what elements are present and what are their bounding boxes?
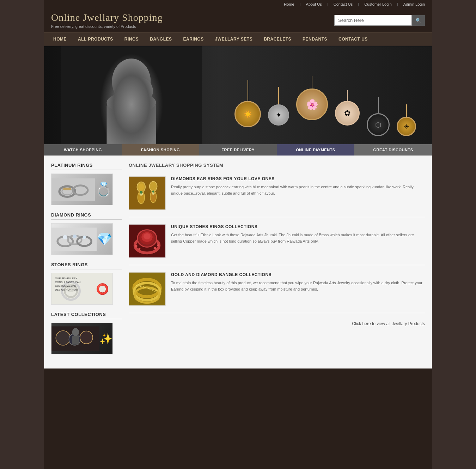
nav-bangles[interactable]: BANGLES <box>144 32 177 46</box>
product-bangle-info: GOLD AND DIAMOND BANGLE COLLECTIONS To m… <box>171 272 425 306</box>
svg-point-14 <box>63 235 67 239</box>
svg-point-45 <box>138 248 140 250</box>
sidebar-platinum-image[interactable] <box>51 173 113 205</box>
customer-login-link[interactable]: Customer Login <box>364 2 392 6</box>
svg-point-37 <box>152 190 154 193</box>
svg-point-23 <box>56 330 70 345</box>
product-bangle-title: GOLD AND DIAMOND BANGLE COLLECTIONS <box>171 272 425 277</box>
sidebar-latest-image[interactable] <box>51 323 113 354</box>
product-earrings-desc: Really pretty purple stone peacock earri… <box>171 184 425 196</box>
separator-1: | <box>300 2 301 6</box>
nav-home[interactable]: HOME <box>48 32 72 46</box>
hero-tab-payments[interactable]: ONLINE PAYMENTS <box>277 144 354 156</box>
product-earrings-image[interactable] <box>129 176 166 210</box>
svg-point-44 <box>135 245 138 248</box>
product-stones-ring-desc: Get the beautiful Ethnic Look with these… <box>171 232 425 244</box>
search-button[interactable]: 🔍 <box>412 15 425 26</box>
sidebar-platinum-title: PLATINUM RINGS <box>51 163 122 170</box>
contact-us-link[interactable]: Contact Us <box>334 2 353 6</box>
product-item-stones-ring: UNIQUE STONES RINGS COLLECTIONS Get the … <box>129 224 425 265</box>
product-stones-ring-image[interactable] <box>129 224 166 258</box>
hero-tab-delivery[interactable]: FREE DELIVERY <box>199 144 277 156</box>
nav-bracelets[interactable]: BRACELETS <box>258 32 297 46</box>
product-item-bangle: GOLD AND DIAMOND BANGLE COLLECTIONS To m… <box>129 272 425 313</box>
sidebar-section-stones: STONES RINGS OUR JEWELLE <box>51 262 122 305</box>
product-bangle-image[interactable] <box>129 272 166 306</box>
nav-all-products[interactable]: ALL PRODUCTS <box>72 32 119 46</box>
admin-login-link[interactable]: Admin Login <box>403 2 425 6</box>
svg-point-1 <box>112 59 151 104</box>
svg-rect-28 <box>129 177 165 209</box>
nav-jwellary-sets[interactable]: JWELLARY SETS <box>209 32 258 46</box>
product-item-earrings: DIAMONDS EAR RINGS FOR YOUR LOVE ONES Re… <box>129 176 425 217</box>
main-section-title: ONLINE JWELLARY SHOPPING SYSTEM <box>129 163 425 171</box>
nav-rings[interactable]: RINGS <box>119 32 145 46</box>
top-bar: Home | About Us | Contact Us | Customer … <box>44 0 432 8</box>
product-stones-ring-title: UNIQUE STONES RINGS COLLECTIONS <box>171 224 425 229</box>
content-area: PLATINUM RINGS <box>44 156 432 368</box>
sidebar-section-diamond: DIAMOND RINGS <box>51 212 122 255</box>
hero-tab-watch[interactable]: WATCH SHOPPING <box>44 144 122 156</box>
stones-overlay-text: OUR JEWELLERY CONSULTANTS CAN CUSTOMIZE … <box>55 277 83 292</box>
search-input[interactable] <box>334 15 412 26</box>
hero-jewelry-display: ☀️ ✦ 🌸 ✿ <box>219 46 432 156</box>
svg-point-4 <box>135 76 155 101</box>
main-nav: HOME ALL PRODUCTS RINGS BANGLES EARINGS … <box>44 32 432 46</box>
sidebar-stones-title: STONES RINGS <box>51 262 122 269</box>
separator-3: | <box>358 2 359 6</box>
site-title: Online Jwellary Shopping <box>51 12 163 23</box>
search-area: 🔍 <box>334 15 425 26</box>
svg-rect-27 <box>72 336 79 345</box>
svg-point-30 <box>138 184 144 191</box>
svg-rect-9 <box>63 187 71 190</box>
sidebar-diamond-title: DIAMOND RINGS <box>51 212 122 220</box>
svg-point-16 <box>83 236 86 239</box>
svg-point-15 <box>73 234 77 238</box>
svg-point-26 <box>72 328 79 336</box>
hero-content: ☀️ ✦ 🌸 ✿ <box>44 46 432 156</box>
product-earrings-info: DIAMONDS EAR RINGS FOR YOUR LOVE ONES Re… <box>171 176 425 210</box>
view-all-section: Click here to view all Jwellary Products <box>129 320 425 327</box>
nav-pendants[interactable]: PENDANTS <box>297 32 333 46</box>
svg-point-43 <box>144 233 151 239</box>
home-link[interactable]: Home <box>284 2 294 6</box>
product-bangle-desc: To maintain the timeless beauty of this … <box>171 280 425 292</box>
sidebar: PLATINUM RINGS <box>51 163 122 361</box>
header: Online Jwellary Shopping Free delivery, … <box>44 8 432 32</box>
hero-tab-fashion[interactable]: FASHION SHOPING <box>122 144 199 156</box>
sidebar-diamond-image[interactable] <box>51 223 113 255</box>
nav-contact-us[interactable]: CONTACT US <box>333 32 373 46</box>
view-all-link[interactable]: Click here to view all Jwellary Products <box>352 321 425 326</box>
svg-point-25 <box>80 331 93 343</box>
nav-earings[interactable]: EARINGS <box>177 32 209 46</box>
brand-area: Online Jwellary Shopping Free delivery, … <box>51 12 163 29</box>
hero-tabs: WATCH SHOPPING FASHION SHOPING FREE DELI… <box>44 144 432 156</box>
main-content: ONLINE JWELLARY SHOPPING SYSTEM <box>129 163 425 361</box>
hero-banner: ☀️ ✦ 🌸 ✿ <box>44 46 432 156</box>
sidebar-stones-image[interactable]: OUR JEWELLERY CONSULTANTS CAN CUSTOMIZE … <box>51 273 113 305</box>
sidebar-latest-title: LATEST COLLECTIONS <box>51 312 122 319</box>
svg-point-46 <box>154 247 157 250</box>
product-stones-ring-info: UNIQUE STONES RINGS COLLECTIONS Get the … <box>171 224 425 258</box>
product-earrings-title: DIAMONDS EAR RINGS FOR YOUR LOVE ONES <box>171 176 425 181</box>
svg-point-3 <box>107 92 156 113</box>
site-subtitle: Free delivery, great discounts, variety … <box>51 24 163 29</box>
svg-rect-0 <box>61 46 202 156</box>
svg-point-36 <box>140 191 142 194</box>
separator-2: | <box>327 2 328 6</box>
about-us-link[interactable]: About Us <box>306 2 322 6</box>
sidebar-section-latest: LATEST COLLECTIONS <box>51 312 122 354</box>
hero-woman-image <box>44 46 219 156</box>
svg-point-33 <box>149 182 157 191</box>
hero-tab-discounts[interactable]: GREAT DISCOUNTS <box>354 144 432 156</box>
pendant-1: ☀️ <box>234 101 261 127</box>
separator-4: | <box>397 2 398 6</box>
svg-point-47 <box>157 244 159 246</box>
sidebar-section-platinum: PLATINUM RINGS <box>51 163 122 205</box>
